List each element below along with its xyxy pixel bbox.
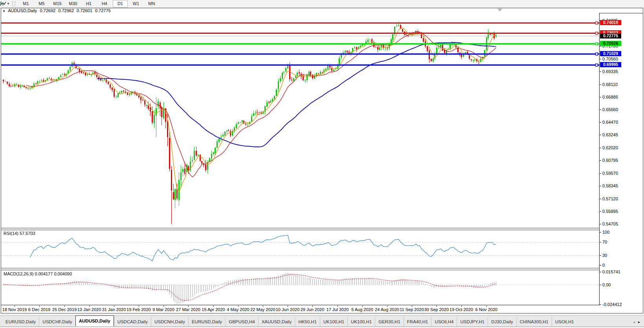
price-tick-label: 0.60795 [602,158,618,163]
rsi-tick-mark [600,265,601,266]
price-level-badge: 0.74019 [600,20,621,25]
price-tick-mark [600,148,601,148]
macd-tick-label: 0.00 [602,282,611,287]
macd-tick-label: 0.015741 [602,269,620,274]
ohlc-open: 0.72692 [40,8,55,13]
mt4-terminal: ▼ M1M5M15M30H1H4D1W1MN ▼ AUDUSD,Daily 0.… [0,0,644,328]
rsi-tick-mark [600,255,601,256]
rsi-tick-label: 70 [602,240,607,244]
tab-scroll-right-button[interactable]: ▸ [637,320,642,324]
tab-scroll-left-button[interactable]: ◂ [631,320,637,324]
time-tick-mark [213,306,214,307]
macd-tick-label: -0.024412 [602,302,622,307]
time-tick-label: 6 Nov 2020 [469,307,504,312]
timeframe-button-mn[interactable]: MN [144,0,159,7]
price-tick-mark [600,122,601,123]
time-tick-mark [39,306,40,307]
rsi-tick-mark [600,242,601,242]
chart-tab-eurusd-daily[interactable]: EURUSD,Daily [188,317,225,326]
chart-tab-audusd-daily[interactable]: AUDUSD,Daily [75,315,114,326]
timeframe-button-m1[interactable]: M1 [18,0,33,7]
chart-tab-china300-h1[interactable]: CHINA300,H1 [516,317,552,326]
timeframe-button-w1[interactable]: W1 [128,0,143,7]
rsi-tick-label: 0 [602,263,605,268]
price-tick-mark [600,199,601,199]
price-chart-canvas[interactable] [1,13,599,305]
price-tick-mark [600,59,601,59]
timeframe-button-m30[interactable]: M30 [66,0,81,7]
price-level-badge: 0.72026 [600,41,621,46]
timeframe-button-h1[interactable]: H1 [81,0,96,7]
time-tick-mark [387,306,387,307]
chart-shift-marker[interactable] [497,9,502,11]
rsi-tick-label: 30 [602,253,607,258]
price-tick-label: 0.58345 [602,183,618,188]
timeframe-button-h4[interactable]: H4 [97,0,112,7]
macd-tick-mark [600,272,601,272]
time-tick-mark [114,306,114,307]
timeframe-button-m5[interactable]: M5 [34,0,49,7]
chart-tab-gbpusd-h4[interactable]: GBPUSD,H4 [225,317,258,326]
chart-tab-usdcad-daily[interactable]: USDCAD,Daily [114,317,151,326]
chart-tab-uk100-h1[interactable]: UK100,H1 [320,317,347,326]
current-price-badge: 0.72775 [600,33,621,38]
price-tick-label: 0.55895 [602,209,618,214]
chart-tab-usdcnh-daily[interactable]: USDCNH,Daily [151,317,188,326]
macd-tick-mark [600,304,601,305]
chart-tab-ger30-h1[interactable]: GER30,H1 [375,317,404,326]
price-tick-label: 0.64470 [602,120,618,125]
chart-tab-uk100-h1[interactable]: UK100,H1 [347,317,375,326]
price-tick-mark [600,186,601,186]
price-level-badge: 0.69995 [600,62,621,67]
chart-tab-usoil-h1[interactable]: USOil,H1 [552,317,577,326]
timeframe-button-m15[interactable]: M15 [50,0,65,7]
time-tick-mark [188,306,189,307]
price-tick-mark [600,84,601,85]
chart-tab-hk50-h1[interactable]: HK50,H1 [295,317,320,326]
time-tick-mark [15,306,15,307]
ohlc-close: 0.72775 [95,8,111,13]
chart-title: ▼ AUDUSD,Daily 0.72692 0.72962 0.72601 0… [1,8,112,13]
timeframe-toolbar: ▼ M1M5M15M30H1H4D1W1MN [0,0,644,8]
chart-symbol: AUDUSD,Daily [8,8,37,13]
time-tick-mark [263,306,263,307]
time-tick-mark [89,306,90,307]
dropdown-caret-icon[interactable]: ▼ [7,2,10,5]
price-axis-area[interactable]: 0.742350.717850.705600.693350.681100.668… [600,8,643,313]
chart-tab-bar: EURUSD,DailyUSDCHF,DailyAUDUSD,DailyUSDC… [0,315,644,327]
time-tick-mark [461,306,462,307]
rsi-tick-mark [600,232,601,233]
price-tick-label: 0.62020 [602,145,618,150]
price-tick-label: 0.57120 [602,196,618,201]
chart-tab-usdjpy-h1[interactable]: USDJPY,H1 [457,317,488,326]
price-tick-mark [600,173,601,174]
time-tick-mark [338,306,338,307]
toolbar-grip [12,1,15,6]
price-tick-mark [600,160,601,161]
price-tick-label: 0.63245 [602,132,618,137]
time-tick-mark [312,306,313,307]
chart-tab-usoil-h4[interactable]: USOil,H4 [431,317,457,326]
pane-divider[interactable] [1,268,599,270]
price-tick-label: 0.69335 [602,69,618,74]
collapse-triangle-icon[interactable]: ▼ [2,9,6,13]
chart-tab-eurusd-daily[interactable]: EURUSD,Daily [2,317,39,326]
chart-cursor-icon[interactable] [0,1,6,7]
price-tick-mark [600,71,601,72]
chart-tab-usdchf-daily[interactable]: USDCHF,Daily [39,317,75,326]
price-tick-label: 0.66885 [602,95,618,99]
time-tick-mark [437,306,437,307]
time-tick-mark [362,306,363,307]
price-tick-mark [600,46,601,46]
chart-tab-dj30-daily[interactable]: DJ30,Daily [488,317,516,326]
timeframe-button-d1[interactable]: D1 [113,0,128,7]
pane-divider[interactable] [1,228,599,230]
price-tick-mark [600,97,601,97]
chart-tab-xauusd-daily[interactable]: XAUUSD,Daily [258,317,295,326]
price-tick-label: 0.54705 [602,222,618,226]
chart-tab-fra40-h1[interactable]: FRA40,H1 [404,317,431,326]
time-tick-mark [139,306,139,307]
price-tick-label: 0.59570 [602,171,618,176]
time-tick-mark [288,306,288,307]
timeframe-buttons: M1M5M15M30H1H4D1W1MN [18,0,160,7]
